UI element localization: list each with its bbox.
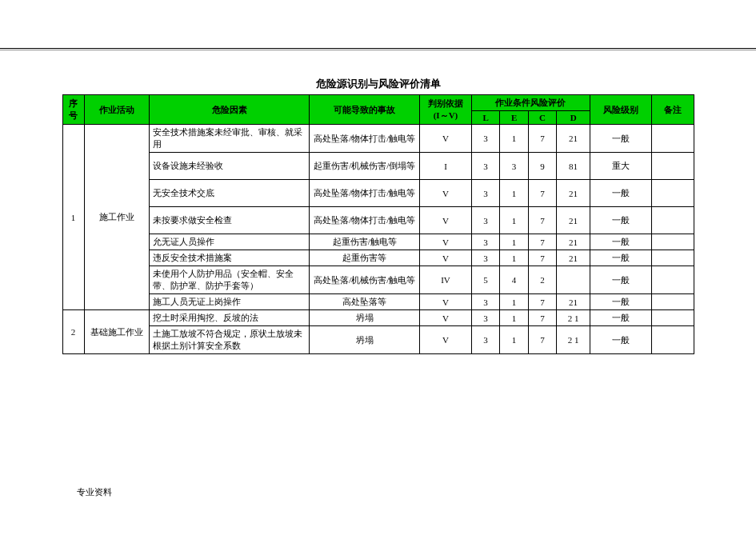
cell-activity: 施工作业 [84,125,149,310]
th-C: C [528,111,556,125]
cell-E: 1 [500,125,528,153]
cell-D: 21 [557,180,590,207]
cell-D: 21 [557,294,590,310]
cell-D: 81 [557,153,590,180]
cell-level: 重大 [590,153,651,180]
cell-level: 一般 [590,310,651,326]
th-activity: 作业活动 [84,95,149,125]
cell-E: 1 [500,310,528,326]
cell-basis: V [420,294,472,310]
cell-factor: 违反安全技术措施案 [150,250,310,266]
cell-L: 5 [471,266,499,294]
cell-factor: 允无证人员操作 [150,234,310,250]
cell-L: 3 [471,207,499,234]
cell-factor: 施工人员无证上岗操作 [150,294,310,310]
cell-note [652,207,694,234]
cell-L: 3 [471,326,499,354]
th-D: D [557,111,590,125]
cell-C: 7 [528,234,556,250]
cell-index: 2 [62,310,84,354]
cell-basis: IV [420,266,472,294]
cell-L: 3 [471,153,499,180]
cell-D: 21 [557,250,590,266]
cell-E: 1 [500,207,528,234]
th-level: 风险级别 [590,95,651,125]
cell-level: 一般 [590,294,651,310]
cell-C: 7 [528,310,556,326]
cell-L: 3 [471,310,499,326]
cell-note [652,180,694,207]
th-basis: 判别依据(I～V) [420,95,472,125]
cell-accident: 坍塌 [310,310,420,326]
cell-note [652,326,694,354]
cell-C: 7 [528,180,556,207]
cell-level: 一般 [590,250,651,266]
cell-L: 3 [471,180,499,207]
cell-C: 7 [528,125,556,153]
cell-note [652,234,694,250]
table-row: 1 施工作业 安全技术措施案未经审批、审核、就采用 高处坠落/物体打击/触电等 … [62,125,694,153]
th-L: L [471,111,499,125]
cell-D [557,266,590,294]
cell-accident: 高处坠落/机械伤害/触电等 [310,266,420,294]
cell-C: 9 [528,153,556,180]
page-top-rule [0,48,756,49]
table-body: 1 施工作业 安全技术措施案未经审批、审核、就采用 高处坠落/物体打击/触电等 … [62,125,694,354]
table-row: 施工人员无证上岗操作 高处坠落等 V 3 1 7 21 一般 [62,294,694,310]
cell-E: 1 [500,250,528,266]
cell-factor: 未使用个人防护用品（安全帽、安全带、防护罩、防护手套等） [150,266,310,294]
cell-accident: 起重伤害/机械伤害/倒塌等 [310,153,420,180]
th-index: 序号 [62,95,84,125]
cell-E: 1 [500,234,528,250]
cell-note [652,310,694,326]
cell-note [652,294,694,310]
table-row: 违反安全技术措施案 起重伤害等 V 3 1 7 21 一般 [62,250,694,266]
table-row: 未按要求做安全检查 高处坠落/物体打击/触电等 V 3 1 7 21 一般 [62,207,694,234]
cell-C: 2 [528,266,556,294]
table-row: 设备设施未经验收 起重伤害/机械伤害/倒塌等 I 3 3 9 81 重大 [62,153,694,180]
cell-D: 21 [557,207,590,234]
table-row: 无安全技术交底 高处坠落/物体打击/触电等 V 3 1 7 21 一般 [62,180,694,207]
cell-C: 7 [528,207,556,234]
risk-table: 序号 作业活动 危险因素 可能导致的事故 判别依据(I～V) 作业条件风险评价 … [62,94,694,354]
table-row: 未使用个人防护用品（安全帽、安全带、防护罩、防护手套等） 高处坠落/机械伤害/触… [62,266,694,294]
cell-note [652,125,694,153]
cell-accident: 起重伤害等 [310,250,420,266]
cell-C: 7 [528,326,556,354]
cell-C: 7 [528,294,556,310]
cell-L: 3 [471,294,499,310]
th-factor: 危险因素 [150,95,310,125]
cell-factor: 未按要求做安全检查 [150,207,310,234]
page-footer-text: 专业资料 [77,486,112,498]
document-title: 危险源识别与风险评价清单 [0,77,756,91]
cell-accident: 高处坠落等 [310,294,420,310]
cell-accident: 坍塌 [310,326,420,354]
cell-level: 一般 [590,326,651,354]
cell-basis: V [420,207,472,234]
table-header: 序号 作业活动 危险因素 可能导致的事故 判别依据(I～V) 作业条件风险评价 … [62,95,694,125]
cell-E: 3 [500,153,528,180]
cell-level: 一般 [590,207,651,234]
cell-D: 2 1 [557,326,590,354]
cell-note [652,266,694,294]
cell-basis: I [420,153,472,180]
cell-L: 3 [471,234,499,250]
cell-basis: V [420,125,472,153]
cell-accident: 高处坠落/物体打击/触电等 [310,125,420,153]
cell-index: 1 [62,125,84,310]
cell-L: 3 [471,125,499,153]
cell-factor: 无安全技术交底 [150,180,310,207]
cell-activity: 基础施工作业 [84,310,149,354]
cell-factor: 挖土时采用掏挖、反坡的法 [150,310,310,326]
cell-note [652,153,694,180]
cell-basis: V [420,326,472,354]
cell-level: 一般 [590,180,651,207]
cell-level: 一般 [590,234,651,250]
th-note: 备注 [652,95,694,125]
cell-E: 1 [500,326,528,354]
cell-basis: V [420,310,472,326]
page: 危险源识别与风险评价清单 序号 作业活动 危险因素 可能导致的事故 判别依据(I… [0,0,756,535]
cell-factor: 土施工放坡不符合规定，原状土放坡未根据土别计算安全系数 [150,326,310,354]
th-E: E [500,111,528,125]
cell-note [652,250,694,266]
